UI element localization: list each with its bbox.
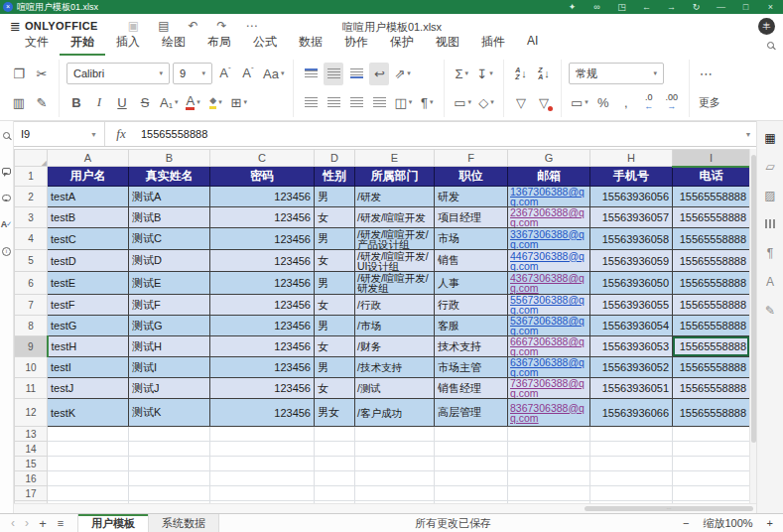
cell-I13[interactable] [673, 427, 750, 442]
cell-name-box[interactable]: I9 ▼ [14, 122, 105, 146]
about-icon[interactable]: i [2, 245, 11, 257]
cell-A9[interactable]: testH [48, 336, 129, 357]
cell-H10[interactable]: 15563936052 [590, 357, 673, 378]
column-header-E[interactable]: E [355, 150, 435, 167]
print-button[interactable]: ▤ [158, 19, 169, 33]
zoom-out-button[interactable]: − [683, 517, 689, 529]
link-icon[interactable]: ∞ [585, 0, 609, 14]
row-header-5[interactable]: 5 [15, 250, 48, 272]
percent-style-button[interactable]: % [593, 91, 613, 114]
number-format-combo[interactable]: 常规▾ [569, 63, 664, 84]
row-header-12[interactable]: 12 [15, 399, 48, 427]
cell-H15[interactable] [590, 457, 673, 471]
cell-A5[interactable]: testD [48, 250, 129, 272]
row-header-15[interactable]: 15 [15, 457, 48, 471]
cell-E2[interactable]: /研发 [355, 187, 435, 207]
cell-E12[interactable]: /客户成功 [355, 399, 435, 427]
row-header-3[interactable]: 3 [15, 207, 48, 228]
row-header-2[interactable]: 2 [15, 187, 48, 207]
cell-G12[interactable]: 8367306388@qq.com [508, 399, 590, 427]
cell-E10[interactable]: /技术支持 [355, 357, 435, 378]
cell-F15[interactable] [435, 457, 508, 471]
cell-F8[interactable]: 客服 [435, 316, 508, 336]
more-button[interactable]: 更多 [697, 91, 722, 114]
redo-button[interactable]: ↷ [217, 19, 227, 33]
cell-H13[interactable] [590, 427, 673, 442]
cell-B15[interactable] [129, 457, 210, 471]
cell-C7[interactable]: 123456 [210, 295, 315, 316]
row-header-13[interactable]: 13 [15, 427, 48, 442]
horizontal-scrollbar[interactable]: ⋯ [14, 503, 756, 513]
cell-A10[interactable]: testI [48, 357, 129, 378]
cell-G13[interactable] [508, 427, 590, 442]
cell-E15[interactable] [355, 457, 435, 471]
cell-H12[interactable]: 15563936066 [590, 399, 673, 427]
cell-A17[interactable] [48, 486, 129, 501]
cell-G8[interactable]: 5367306388@qq.com [508, 316, 590, 336]
paragraph-settings-icon[interactable]: ¶ [767, 246, 773, 259]
cell-G14[interactable] [508, 442, 590, 457]
cell-I16[interactable] [673, 471, 750, 486]
row-header-14[interactable]: 14 [15, 442, 48, 457]
cell-A16[interactable] [48, 471, 129, 486]
cell-I11[interactable]: 15565558888 [673, 378, 750, 399]
cell-I9[interactable]: 15565558888 [673, 336, 750, 357]
cell-C15[interactable] [210, 457, 315, 471]
cell-F12[interactable]: 高层管理 [435, 399, 508, 427]
cell-F1[interactable]: 职位 [435, 167, 508, 187]
cell-B9[interactable]: 测试H [129, 336, 210, 357]
row-header-16[interactable]: 16 [15, 471, 48, 486]
email-link[interactable]: 4467306388@qq.com [510, 250, 585, 272]
cell-H17[interactable] [590, 486, 673, 501]
cell-F17[interactable] [435, 486, 508, 501]
orientation-button[interactable]: ⇗▾ [392, 63, 412, 85]
menu-tab-2[interactable]: 插入 [105, 34, 151, 56]
bold-button[interactable]: B [66, 91, 86, 114]
cell-B7[interactable]: 测试F [129, 295, 210, 316]
cell-B8[interactable]: 测试G [129, 316, 210, 336]
image-settings-icon[interactable]: ▨ [764, 189, 775, 201]
cell-C9[interactable]: 123456 [210, 336, 315, 357]
decrease-decimal-button[interactable]: .0← [639, 91, 659, 114]
cell-F4[interactable]: 市场 [435, 228, 508, 250]
open-in-window-icon[interactable]: ◳ [609, 0, 634, 14]
search-icon[interactable] [767, 35, 774, 53]
vertical-scrollbar[interactable] [749, 149, 756, 503]
cell-B16[interactable] [129, 471, 210, 486]
cell-H11[interactable]: 15563936051 [590, 378, 673, 399]
cell-I14[interactable] [673, 442, 750, 457]
cell-C14[interactable] [210, 442, 315, 457]
refresh-button[interactable]: ↻ [684, 0, 709, 14]
cell-E16[interactable] [355, 471, 435, 486]
cell-I15[interactable] [673, 457, 750, 471]
menu-tab-6[interactable]: 数据 [288, 34, 333, 56]
cell-C12[interactable]: 123456 [210, 399, 315, 427]
cell-G11[interactable]: 7367306388@qq.com [508, 378, 590, 399]
cell-E1[interactable]: 所属部门 [355, 167, 435, 187]
cell-G4[interactable]: 3367306388@qq.com [508, 228, 590, 250]
valign-bottom-button[interactable] [346, 63, 366, 85]
column-header-F[interactable]: F [435, 150, 508, 167]
cell-E17[interactable] [355, 486, 435, 501]
cell-A8[interactable]: testG [48, 316, 129, 336]
sort-descending-button[interactable]: ZA↓ [534, 63, 554, 85]
cell-C16[interactable] [210, 471, 315, 486]
cell-B14[interactable] [129, 442, 210, 457]
email-link[interactable]: 3367306388@qq.com [510, 228, 585, 250]
cell-E9[interactable]: /财务 [355, 336, 435, 357]
magic-wand-icon[interactable]: ✦ [560, 0, 585, 14]
accounting-style-button[interactable]: ▭▾ [569, 91, 590, 114]
font-name-combo[interactable]: Calibri▾ [66, 63, 170, 84]
sort-ascending-button[interactable]: AZ↓ [511, 63, 531, 85]
cell-D11[interactable]: 女 [315, 378, 355, 399]
cell-D4[interactable]: 男 [315, 228, 355, 250]
cell-F6[interactable]: 人事 [435, 272, 508, 295]
row-header-11[interactable]: 11 [15, 378, 48, 399]
cell-I4[interactable]: 15565558888 [673, 228, 750, 250]
user-avatar[interactable]: 丰 [758, 18, 775, 35]
email-link[interactable]: 5567306388@qq.com [510, 295, 585, 316]
cell-A15[interactable] [48, 457, 129, 471]
add-sheet-button[interactable]: + [34, 516, 52, 531]
align-left-button[interactable] [301, 91, 321, 114]
zoom-in-button[interactable]: + [767, 517, 773, 529]
